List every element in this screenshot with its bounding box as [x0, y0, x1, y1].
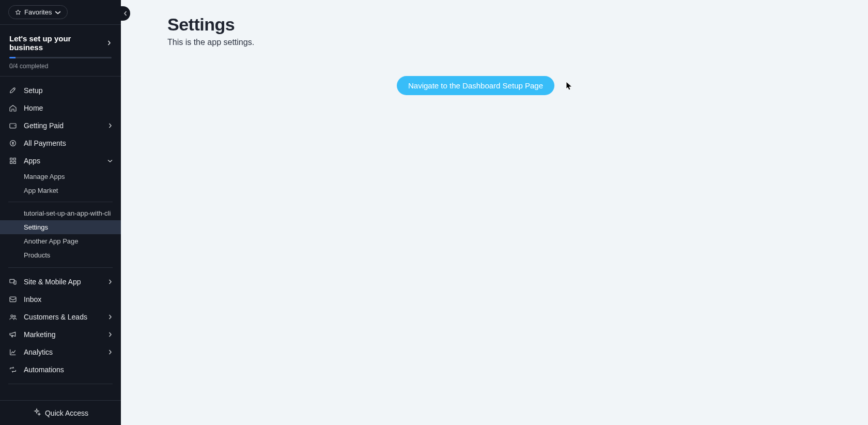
setup-progress-bar: [9, 57, 112, 58]
sidebar-item-label: Automations: [24, 366, 113, 374]
sidebar-item-marketing[interactable]: Marketing: [0, 326, 121, 343]
inbox-icon: [8, 295, 18, 303]
sidebar-item-apps[interactable]: Apps: [0, 152, 121, 170]
chevron-left-icon: [123, 9, 128, 18]
sidebar-item-customers-leads[interactable]: Customers & Leads: [0, 308, 121, 326]
automation-icon: [8, 366, 18, 374]
setup-block: Let's set up your business 0/4 completed: [0, 25, 121, 77]
svg-rect-4: [10, 161, 12, 163]
setup-title: Let's set up your business: [9, 34, 106, 52]
chevron-right-icon: [107, 348, 113, 356]
apps-icon: [8, 157, 18, 165]
sidebar-item-setup[interactable]: Setup: [0, 82, 121, 99]
sidebar-item-label: Inbox: [24, 295, 113, 303]
sidebar-item-label: Customers & Leads: [24, 313, 101, 321]
sidebar-sub-app-market[interactable]: App Market: [0, 184, 121, 198]
sub-separator: [8, 202, 113, 202]
svg-point-9: [11, 315, 13, 317]
megaphone-icon: [8, 330, 18, 339]
sidebar-item-label: Analytics: [24, 348, 101, 356]
favorites-button[interactable]: Favorites: [8, 5, 68, 19]
nav-divider: [8, 384, 113, 384]
sidebar-sub-another-app-page[interactable]: Another App Page: [0, 234, 121, 248]
devices-icon: [8, 278, 18, 286]
sidebar-item-automations[interactable]: Automations: [0, 361, 121, 378]
sidebar-item-site-mobile[interactable]: Site & Mobile App: [0, 273, 121, 291]
favorites-label: Favorites: [24, 8, 52, 16]
sidebar: Favorites Let's set up your business 0/4…: [0, 0, 121, 425]
sidebar-sub-settings[interactable]: Settings: [0, 220, 121, 234]
quick-access-button[interactable]: Quick Access: [0, 400, 121, 425]
chevron-right-icon: [107, 330, 113, 339]
sidebar-item-inbox[interactable]: Inbox: [0, 291, 121, 308]
sidebar-sub-manage-apps[interactable]: Manage Apps: [0, 170, 121, 184]
rocket-icon: [8, 86, 18, 95]
sidebar-item-getting-paid[interactable]: Getting Paid: [0, 117, 121, 134]
sidebar-item-home[interactable]: Home: [0, 99, 121, 117]
sidebar-item-label: Getting Paid: [24, 122, 101, 130]
sidebar-item-label: Setup: [24, 86, 113, 95]
quick-access-label: Quick Access: [45, 409, 88, 417]
coin-icon: [8, 139, 18, 147]
chart-icon: [8, 348, 18, 356]
users-icon: [8, 313, 18, 321]
main-content: Settings This is the app settings. Navig…: [121, 0, 868, 425]
chevron-right-icon: [107, 278, 113, 286]
chevron-down-icon: [107, 157, 113, 165]
navigate-dashboard-setup-button[interactable]: Navigate to the Dashboard Setup Page: [397, 76, 554, 95]
svg-rect-5: [13, 161, 16, 163]
svg-rect-8: [10, 297, 16, 301]
app-root: Favorites Let's set up your business 0/4…: [0, 0, 868, 425]
setup-progress-label: 0/4 completed: [9, 63, 112, 70]
svg-point-10: [14, 315, 16, 317]
svg-rect-3: [13, 158, 16, 160]
nav-divider: [8, 267, 113, 268]
page-title: Settings: [167, 14, 854, 35]
sidebar-item-label: Site & Mobile App: [24, 278, 101, 286]
chevron-right-icon: [107, 313, 113, 321]
sparkle-icon: [33, 408, 41, 418]
wallet-icon: [8, 122, 18, 130]
cursor-pointer-icon: [566, 81, 574, 94]
home-icon: [8, 104, 18, 112]
sidebar-item-label: Home: [24, 104, 113, 112]
sidebar-item-label: Apps: [24, 157, 101, 165]
sidebar-sub-products[interactable]: Products: [0, 248, 121, 262]
chevron-down-icon: [55, 9, 61, 16]
setup-row[interactable]: Let's set up your business: [9, 34, 112, 52]
sidebar-sub-tutorial[interactable]: tutorial-set-up-an-app-with-cli: [0, 206, 121, 220]
chevron-right-icon: [107, 122, 113, 130]
sidebar-nav: Setup Home Getting Paid: [0, 77, 121, 400]
favorites-bar: Favorites: [0, 0, 121, 25]
sidebar-sub-apps: Manage Apps App Market tutorial-set-up-a…: [0, 170, 121, 262]
sidebar-item-analytics[interactable]: Analytics: [0, 343, 121, 361]
svg-rect-6: [10, 279, 14, 283]
sidebar-item-all-payments[interactable]: All Payments: [0, 134, 121, 152]
setup-progress-fill: [9, 57, 16, 58]
page-subtitle: This is the app settings.: [167, 38, 854, 47]
chevron-right-icon: [106, 38, 112, 48]
svg-rect-2: [10, 158, 12, 160]
star-icon: [15, 9, 21, 16]
sidebar-item-label: Marketing: [24, 330, 101, 339]
sidebar-item-label: All Payments: [24, 139, 113, 147]
